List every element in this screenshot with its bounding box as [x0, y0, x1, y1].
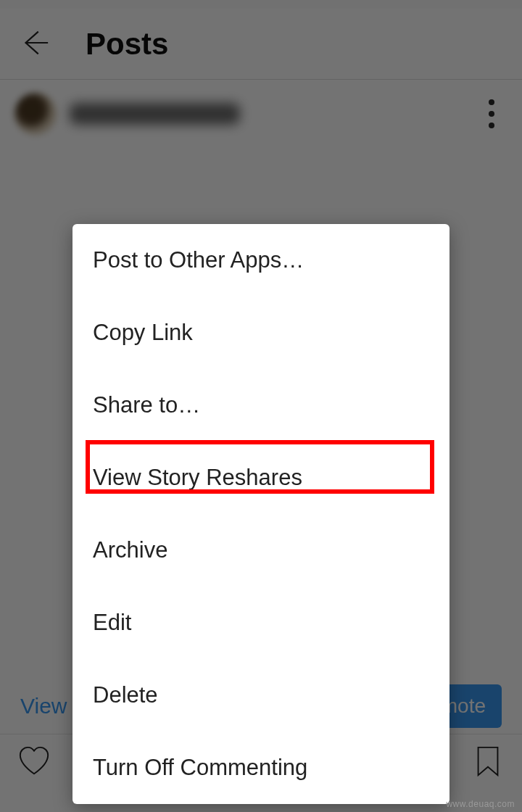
- app-screen: Posts View Insights Promote Post to Othe…: [0, 0, 522, 812]
- menu-item-view-story-reshares[interactable]: View Story Reshares: [72, 442, 450, 514]
- menu-item-turn-off-commenting[interactable]: Turn Off Commenting: [72, 732, 450, 804]
- menu-item-post-to-other-apps[interactable]: Post to Other Apps…: [72, 224, 450, 297]
- menu-item-share-to[interactable]: Share to…: [72, 369, 450, 442]
- watermark: www.deuaq.com: [446, 799, 515, 809]
- options-menu: Post to Other Apps…Copy LinkShare to…Vie…: [72, 224, 450, 804]
- menu-item-copy-link[interactable]: Copy Link: [72, 297, 450, 369]
- menu-item-delete[interactable]: Delete: [72, 659, 450, 732]
- menu-item-archive[interactable]: Archive: [72, 514, 450, 587]
- menu-item-edit[interactable]: Edit: [72, 587, 450, 659]
